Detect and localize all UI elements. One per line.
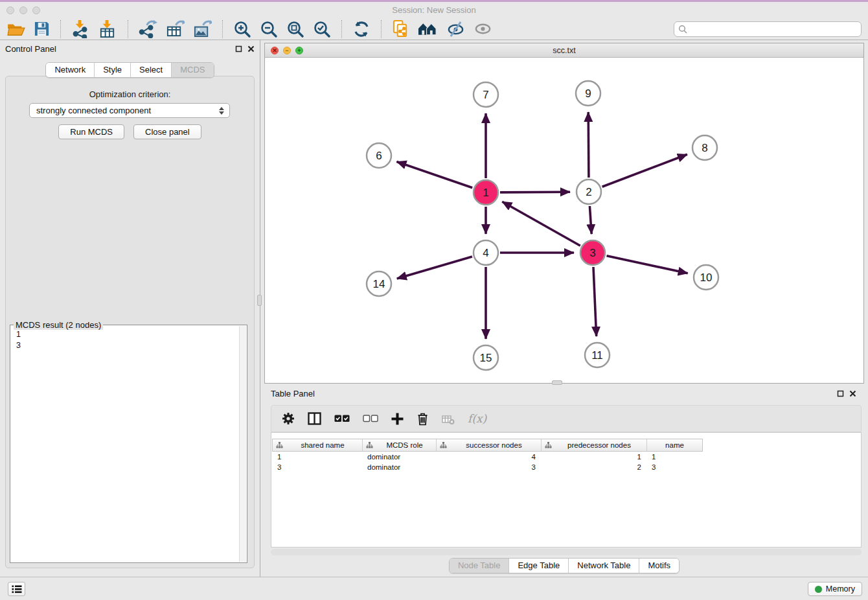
table-row[interactable]: 1dominator411 bbox=[272, 452, 703, 462]
network-close-button[interactable]: ✕ bbox=[271, 47, 279, 54]
export-table-icon bbox=[166, 19, 185, 38]
hide-graphics-button[interactable] bbox=[446, 19, 466, 38]
node-label-15: 15 bbox=[480, 352, 492, 364]
toolbar-separator bbox=[341, 20, 342, 38]
import-table-button[interactable] bbox=[98, 19, 118, 39]
edge-1-2[interactable] bbox=[500, 192, 570, 192]
column-header-shared-name[interactable]: shared name bbox=[273, 439, 363, 451]
edge-2-8[interactable] bbox=[602, 154, 687, 187]
status-bar: Memory bbox=[0, 577, 868, 600]
edge-2-3[interactable] bbox=[589, 206, 591, 234]
refresh-layout-button[interactable] bbox=[352, 19, 371, 39]
tab-mcds[interactable]: MCDS bbox=[172, 63, 213, 77]
column-header-mcds-role[interactable]: MCDS role bbox=[363, 439, 437, 451]
open-session-button[interactable] bbox=[6, 21, 26, 38]
edge-3-11[interactable] bbox=[593, 267, 597, 336]
cell-successor-nodes[interactable]: 4 bbox=[436, 452, 541, 462]
cell-name[interactable]: 3 bbox=[646, 462, 702, 472]
node-label-1: 1 bbox=[483, 187, 488, 199]
cell-predecessor-nodes[interactable]: 2 bbox=[541, 462, 646, 472]
control-panel-tabs: NetworkStyleSelectMCDS bbox=[45, 62, 214, 78]
function-builder-button-disabled: f(x) bbox=[468, 412, 486, 425]
home-views-button[interactable] bbox=[417, 20, 439, 38]
close-panel-button[interactable]: Close panel bbox=[133, 124, 201, 139]
zoom-selected-button[interactable] bbox=[312, 19, 332, 39]
app-titlebar: Session: New Session bbox=[0, 2, 868, 18]
cell-successor-nodes[interactable]: 3 bbox=[436, 462, 541, 472]
zoom-fit-button[interactable] bbox=[286, 19, 305, 39]
tab-motifs[interactable]: Motifs bbox=[639, 559, 679, 573]
export-table-button[interactable] bbox=[165, 19, 185, 39]
result-scrollbar[interactable] bbox=[239, 326, 246, 562]
network-maximize-button[interactable]: + bbox=[295, 47, 303, 54]
memory-button[interactable]: Memory bbox=[808, 582, 862, 596]
table-settings-button[interactable] bbox=[282, 412, 295, 425]
export-network-button[interactable] bbox=[138, 19, 158, 39]
column-header-successor-nodes[interactable]: successor nodes bbox=[437, 439, 542, 451]
column-header-name[interactable]: name bbox=[647, 439, 702, 451]
window-controls bbox=[6, 6, 40, 14]
close-panel-icon[interactable] bbox=[247, 45, 255, 52]
float-table-panel-icon[interactable] bbox=[837, 390, 844, 397]
horizontal-splitter-handle[interactable] bbox=[552, 380, 562, 385]
cell-predecessor-nodes[interactable]: 1 bbox=[541, 452, 646, 462]
dropdown-stepper-icon bbox=[219, 107, 224, 115]
toolbar-separator bbox=[222, 20, 223, 38]
tab-network[interactable]: Network bbox=[46, 63, 95, 77]
criterion-dropdown[interactable]: strongly connected component bbox=[29, 103, 230, 118]
checked-boxes-icon bbox=[334, 415, 350, 422]
column-header-predecessor-nodes[interactable]: predecessor nodes bbox=[542, 439, 647, 451]
table-row[interactable]: 3dominator323 bbox=[272, 462, 703, 472]
table-panel-title: Table Panel bbox=[271, 389, 315, 398]
edge-1-6[interactable] bbox=[396, 162, 472, 188]
delete-table-button-disabled bbox=[442, 413, 455, 424]
cell-mcds-role[interactable]: dominator bbox=[362, 452, 436, 462]
column-header-label: MCDS role bbox=[373, 441, 436, 449]
zoom-in-button[interactable] bbox=[233, 19, 252, 39]
float-panel-icon[interactable] bbox=[235, 45, 242, 52]
export-image-icon bbox=[193, 19, 212, 38]
close-table-panel-icon[interactable] bbox=[849, 390, 856, 397]
edge-3-1[interactable] bbox=[502, 202, 580, 246]
create-column-button[interactable] bbox=[391, 413, 404, 425]
column-header-label: successor nodes bbox=[447, 441, 541, 449]
edge-4-14[interactable] bbox=[397, 257, 472, 279]
import-network-button[interactable] bbox=[71, 19, 91, 39]
tab-node-table[interactable]: Node Table bbox=[450, 559, 510, 573]
clone-network-button[interactable] bbox=[391, 19, 410, 39]
tab-style[interactable]: Style bbox=[95, 63, 131, 77]
search-input[interactable] bbox=[690, 25, 857, 34]
minimize-window-button[interactable] bbox=[19, 6, 27, 14]
maximize-window-button[interactable] bbox=[32, 6, 40, 14]
cell-shared-name[interactable]: 3 bbox=[272, 462, 362, 472]
table-scrollbar[interactable] bbox=[271, 549, 862, 555]
run-mcds-button[interactable]: Run MCDS bbox=[58, 124, 124, 139]
task-history-button[interactable] bbox=[8, 582, 25, 596]
mcds-result-list[interactable]: 13 bbox=[11, 327, 238, 562]
save-session-button[interactable] bbox=[33, 20, 51, 38]
network-window-titlebar[interactable]: ✕ − + scc.txt bbox=[265, 43, 863, 58]
edge-3-10[interactable] bbox=[607, 256, 688, 273]
select-all-columns-button[interactable] bbox=[334, 415, 350, 422]
cell-mcds-role[interactable]: dominator bbox=[362, 462, 436, 472]
tab-select[interactable]: Select bbox=[131, 63, 172, 77]
node-label-10: 10 bbox=[700, 271, 713, 284]
export-image-button[interactable] bbox=[192, 19, 212, 39]
network-minimize-button[interactable]: − bbox=[283, 47, 291, 54]
houses-icon bbox=[418, 21, 438, 38]
delete-column-button[interactable] bbox=[417, 412, 429, 426]
cell-name[interactable]: 1 bbox=[646, 452, 702, 462]
refresh-icon bbox=[352, 20, 371, 38]
cell-shared-name[interactable]: 1 bbox=[272, 452, 362, 462]
zoom-out-button[interactable] bbox=[259, 19, 279, 39]
tab-edge-table[interactable]: Edge Table bbox=[509, 559, 569, 573]
node-label-14: 14 bbox=[373, 278, 385, 290]
search-icon bbox=[678, 25, 687, 34]
show-columns-button[interactable] bbox=[308, 412, 321, 425]
edge-2-9[interactable] bbox=[588, 112, 589, 178]
vertical-splitter-handle[interactable] bbox=[257, 295, 262, 306]
network-canvas[interactable]: 1234678910111415 bbox=[265, 58, 863, 383]
deselect-all-columns-button[interactable] bbox=[363, 415, 378, 422]
close-window-button[interactable] bbox=[6, 6, 14, 14]
tab-network-table[interactable]: Network Table bbox=[569, 559, 639, 573]
